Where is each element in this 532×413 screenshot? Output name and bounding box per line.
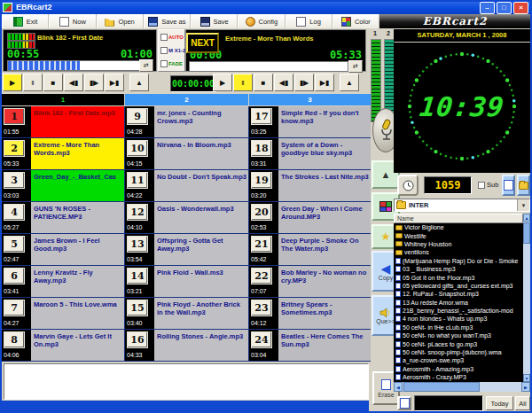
new-list-button[interactable] [502,175,515,196]
file-row[interactable]: Westlife [394,231,523,239]
all-button[interactable]: All [515,396,530,410]
player-b-progressbar[interactable] [189,61,348,72]
cart-10[interactable]: 1004:15Nirvana - In Bloom.mp3 [125,138,248,169]
scroll-down-button[interactable]: ▼ [523,374,530,382]
minimize-button[interactable]: – [480,2,495,14]
open-button[interactable]: Open [97,14,144,28]
path-dropdown[interactable]: INTER ▼ [394,199,530,212]
fade-checkbox[interactable] [160,60,168,67]
auto-checkbox[interactable] [160,34,168,41]
log-button[interactable]: Log [286,14,332,28]
save-button[interactable]: Save [191,14,238,28]
file-list-header[interactable]: Name [394,214,523,223]
file-list-hscrollbar[interactable]: ◀ ▶ [394,382,530,392]
file-row[interactable]: 50 ceNt- snoop-pimp-(dubcnn).wma [394,348,523,356]
cart-4[interactable]: 405:27GUNS 'N ROSES - PATIENCE.MP3 [2,202,124,233]
player-a-loop-button[interactable]: ⇄ [139,59,153,72]
fwd-b-button[interactable]: ▮▶ [294,74,314,91]
stop-b-button[interactable]: ■ [254,74,273,91]
cart-13[interactable]: 1303:54Offspring - Gotta Get Away.mp3 [125,234,248,265]
file-list-vscrollbar[interactable]: ▲ ▼ [523,214,530,382]
scroll-left-button[interactable]: ◀ [394,382,403,392]
file-row[interactable]: 4 non blondes - Whats up.mp3 [394,315,523,323]
file-row[interactable]: a_rue-crown-swe.mp3 [394,356,523,364]
eject-a-button[interactable]: ▲ [129,74,149,91]
page-header-1[interactable]: 1 [2,94,124,105]
file-row[interactable]: 50 ceNt- in tHe cLub.mp3 [394,323,523,331]
cart-15[interactable]: 1503:40Pink Floyd - Another Brick in the… [125,298,248,329]
file-row[interactable]: Aerosmith - Amazing.mp3 [394,365,523,373]
eject-b-button[interactable]: ▲ [340,74,359,91]
file-row[interactable]: 50 ceNt- no what you wanT.mp3 [394,331,523,339]
today-button[interactable]: Today [486,396,513,410]
file-row[interactable]: 21B_benny_benassi_-_satisfaction-mod [394,307,523,315]
file-row[interactable]: 05 yellowcard gifts_and_curses ext.mp3 [394,282,523,290]
prev-a-button[interactable]: ◀▮ [64,74,83,91]
cart-20[interactable]: 2002:53Green Day - When I Come Around.MP… [249,202,371,233]
cart-6[interactable]: 603:41Lenny Kravitz - Fly Away.mp3 [2,266,124,297]
mix-checkbox[interactable] [160,47,168,54]
cart-9[interactable]: 904:28mr. jones - Counting Crows.mp3 [125,106,248,137]
file-row[interactable]: 13 Au redste Amor.wma [394,299,523,307]
maximize-button[interactable]: □ [497,2,512,14]
cart-22[interactable]: 2207:07Bob Marley - No woman no cry.MP3 [249,266,371,297]
file-row[interactable]: Whitney Houston [394,240,523,248]
dropdown-arrow[interactable]: ▼ [517,199,529,211]
sub-checkbox[interactable] [478,182,485,189]
file-row[interactable]: (Marijuana Hemp Rap) Do or Die - Smoke [394,257,523,265]
cart-2[interactable]: 205:33Extreme - More Than Words.mp3 [2,138,124,169]
edit-button[interactable] [397,396,411,410]
pause-a-button[interactable]: ‖ [23,74,43,91]
scroll-right-button[interactable]: ▶ [521,382,530,392]
cart-title: System of a Down - goodbye blue sky.mp3 [278,138,371,169]
player-a-progressbar[interactable] [7,60,140,71]
next-track-button[interactable]: NEXT [186,33,219,53]
file-row[interactable]: 12. RuPaul - Snapshot.mp3 [394,290,523,298]
cart-19[interactable]: 1903:20The Strokes - Last Nite.mp3 [249,170,371,201]
file-row[interactable]: 03 _ Business.mp3 [394,265,523,273]
cart-8[interactable]: 804:06Marvin Gaye - Lets Get It On.mp3 [2,330,124,361]
cart-11[interactable]: 1104:22No Doubt - Don't Speak.mp3 [125,170,248,201]
page-header-2[interactable]: 2 [125,94,248,105]
timer-button[interactable] [397,175,419,196]
cart-7[interactable]: 704:27Maroon 5 - This Love.wma [2,298,124,329]
cart-16[interactable]: 1604:33Rolling Stones - Angie.mp3 [125,330,248,361]
browse-folder-button[interactable] [517,175,530,196]
fwd-a-button[interactable]: ▮▶ [84,74,104,91]
file-row[interactable]: 50 ceNt- pLaces to go.mp3 [394,339,523,347]
cart-24[interactable]: 2403:04Beatles - Here Comes The Sun.mp3 [249,330,371,361]
pause-b-button[interactable]: ‖ [233,74,253,91]
cart-17[interactable]: 1703:25Simple Red - If you don't know.mp… [249,106,371,137]
cart-14[interactable]: 1403:21Pink Floid - Wall.ms3 [125,266,248,297]
cart-23[interactable]: 2304:12Britney Spears - Sometimes.mp3 [249,298,371,329]
save-as-button[interactable]: Save as [144,14,191,28]
page-header-3[interactable]: 3 [249,94,371,105]
prev-b-button[interactable]: ◀▮ [274,74,293,91]
file-row[interactable]: ventilons [394,248,523,256]
cart-1[interactable]: 101:55Blink 182 - First Date.mp3 [2,106,124,137]
file-row[interactable]: Victor Biglione [394,223,523,231]
file-row[interactable]: 05 Got It on the Floor.mp3 [394,273,523,281]
scroll-up-button[interactable]: ▲ [523,214,530,222]
cart-18[interactable]: 1803:31System of a Down - goodbye blue s… [249,138,371,169]
player-b-loop-button[interactable]: ⇄ [348,60,363,73]
cart-3[interactable]: 303:03Green_Day_-_Basket_Cas [2,170,124,201]
now-button[interactable]: Now [49,14,96,28]
hscroll-thumb[interactable] [403,382,480,392]
vscroll-thumb[interactable] [523,222,530,244]
cart-5[interactable]: 502:47James Brown - I Feel Good.mp3 [2,234,124,265]
titlebar: EBRcart2 – □ × [0,0,532,14]
next-b-button[interactable]: ▶▮ [315,74,334,91]
color-button[interactable]: Color [332,14,379,28]
exit-button[interactable]: Exit [2,14,49,28]
new-file-icon [59,17,69,27]
cart-12[interactable]: 1204:10Oasis - Wonderwall.mp3 [125,202,248,233]
stop-a-button[interactable]: ■ [43,74,63,91]
play-b-button[interactable]: ▶ [213,74,232,91]
close-button[interactable]: × [513,2,528,14]
file-row[interactable]: Aerosmith - Crazy.MP3 [394,373,523,381]
cart-21[interactable]: 2105:42Deep Purple - Smoke On The Water.… [249,234,371,265]
next-a-button[interactable]: ▶▮ [105,74,124,91]
play-a-button[interactable]: ▶ [3,74,22,91]
config-button[interactable]: Config [238,14,285,28]
